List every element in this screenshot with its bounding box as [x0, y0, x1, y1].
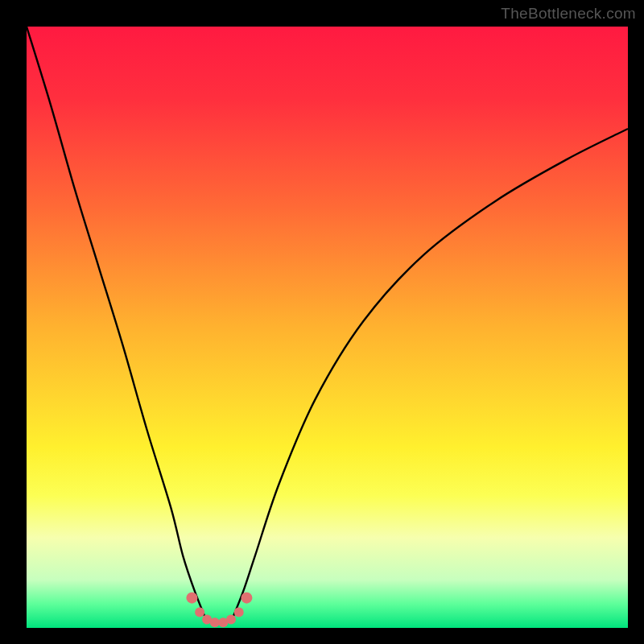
marker-dot [234, 608, 244, 617]
bottom-markers-group [186, 592, 252, 628]
marker-dot [210, 617, 220, 627]
marker-dot [241, 592, 252, 604]
right-curve-path [231, 129, 628, 622]
watermark-text: TheBottleneck.com [501, 5, 636, 23]
marker-dot [195, 608, 204, 617]
series-left-curve [27, 27, 207, 622]
plot-area [27, 27, 628, 628]
marker-dot [226, 615, 236, 625]
chart-stage: TheBottleneck.com [0, 0, 644, 644]
curves-layer [27, 27, 628, 628]
marker-dot [186, 592, 197, 604]
left-curve-path [27, 27, 207, 622]
series-right-curve [231, 129, 628, 622]
